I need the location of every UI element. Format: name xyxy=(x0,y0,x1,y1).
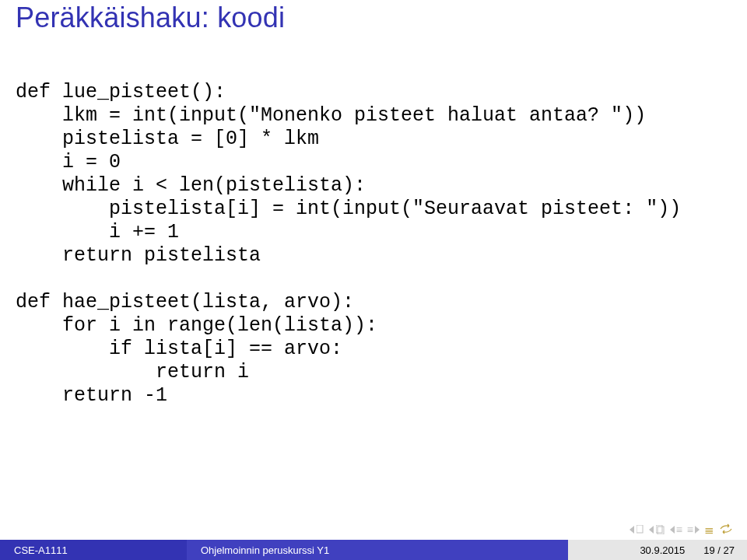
footer-page: 19 / 27 xyxy=(703,544,735,556)
nav-circle-icon[interactable] xyxy=(719,523,733,537)
footer-date: 30.9.2015 xyxy=(640,544,685,556)
footer-course-name: Ohjelmoinnin peruskurssi Y1 xyxy=(187,540,568,560)
nav-outline-icon[interactable]: ≣ xyxy=(704,523,714,537)
code-block-2: def hae_pisteet(lista, arvo): for i in r… xyxy=(0,268,747,408)
svg-rect-0 xyxy=(637,525,643,533)
footer-course-code: CSE-A1111 xyxy=(0,540,187,560)
code-block-1: def lue_pisteet(): lkm = int(input("Mone… xyxy=(0,34,747,268)
nav-back-line-icon[interactable]: ≡ xyxy=(670,523,682,536)
footer: CSE-A1111 Ohjelmoinnin peruskurssi Y1 30… xyxy=(0,540,747,560)
slide: Peräkkäishaku: koodi def lue_pisteet(): … xyxy=(0,0,747,560)
nav-prev-icon[interactable] xyxy=(649,525,665,534)
slide-title: Peräkkäishaku: koodi xyxy=(0,0,747,34)
nav-controls: ≡ ≡ ≣ xyxy=(630,523,733,537)
nav-fwd-line-icon[interactable]: ≡ xyxy=(687,523,700,536)
nav-first-icon[interactable] xyxy=(630,525,644,534)
footer-right: 30.9.2015 19 / 27 xyxy=(568,540,747,560)
